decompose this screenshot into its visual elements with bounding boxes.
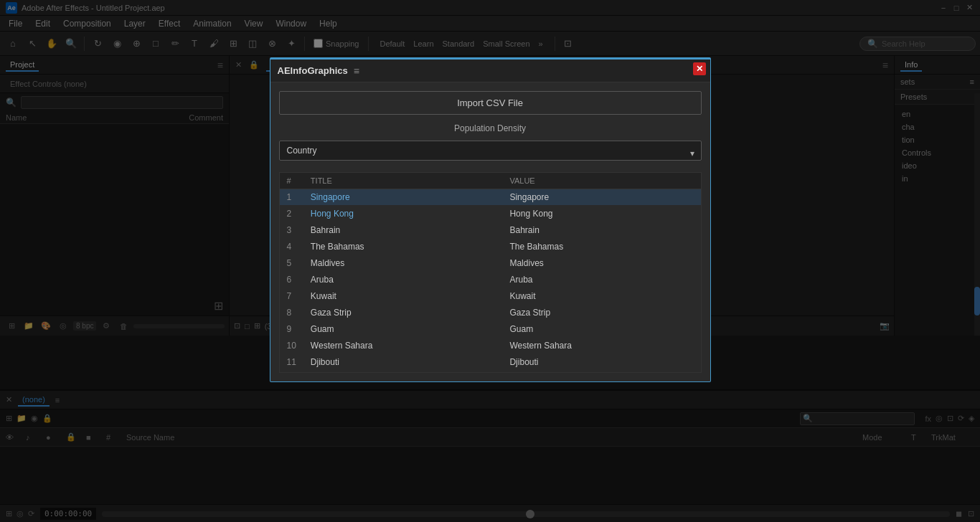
table-row[interactable]: 2 Hong Kong Hong Kong — [280, 206, 701, 222]
cell-title: Guam — [303, 321, 503, 338]
table-row[interactable]: 11 Djibouti Djibouti — [280, 354, 701, 371]
cell-value: Singapore — [502, 189, 700, 206]
table-row[interactable]: 3 Bahrain Bahrain — [280, 222, 701, 239]
modal-overlay: ✕ AEInfoGraphics ≡ Import CSV File Popul… — [0, 0, 980, 522]
cell-num: 7 — [280, 288, 303, 305]
country-dropdown[interactable]: Country — [279, 141, 702, 161]
plugin-dialog: ✕ AEInfoGraphics ≡ Import CSV File Popul… — [270, 57, 711, 382]
cell-value: Western Sahara — [502, 338, 700, 354]
cell-title: Gaza Strip — [303, 305, 503, 321]
col-header-num: # — [280, 173, 303, 189]
table-row[interactable]: 7 Kuwait Kuwait — [280, 288, 701, 305]
cell-title: Singapore — [303, 189, 503, 206]
cell-num: 9 — [280, 321, 303, 338]
table-row[interactable]: 4 The Bahamas The Bahamas — [280, 239, 701, 255]
country-dropdown-wrapper: Country ▾ — [279, 141, 702, 166]
col-header-title: TITLE — [303, 173, 503, 189]
table-row[interactable]: 9 Guam Guam — [280, 321, 701, 338]
cell-value: The Bahamas — [502, 239, 700, 255]
cell-value: Guam — [502, 321, 700, 338]
table-row[interactable]: 5 Maldives Maldives — [280, 255, 701, 272]
table-body: 1 Singapore Singapore 2 Hong Kong Hong K… — [280, 189, 701, 374]
dialog-title: AEInfoGraphics — [278, 65, 348, 76]
cell-value: Kuwait — [502, 288, 700, 305]
table-row[interactable]: 12 Oman Oman — [280, 371, 701, 374]
cell-value: Hong Kong — [502, 206, 700, 222]
data-table: # TITLE VALUE 1 Singapore Singapore 2 Ho… — [280, 173, 701, 373]
cell-num: 2 — [280, 206, 303, 222]
cell-title: Bahrain — [303, 222, 503, 239]
table-row[interactable]: 10 Western Sahara Western Sahara — [280, 338, 701, 354]
cell-value: Oman — [502, 371, 700, 374]
cell-title: Maldives — [303, 255, 503, 272]
table-row[interactable]: 8 Gaza Strip Gaza Strip — [280, 305, 701, 321]
cell-num: 6 — [280, 272, 303, 288]
cell-title: Kuwait — [303, 288, 503, 305]
dialog-header: AEInfoGraphics ≡ — [270, 60, 710, 82]
cell-title: Western Sahara — [303, 338, 503, 354]
cell-num: 11 — [280, 354, 303, 371]
cell-value: Bahrain — [502, 222, 700, 239]
cell-num: 10 — [280, 338, 303, 354]
cell-value: Djibouti — [502, 354, 700, 371]
cell-title: Djibouti — [303, 354, 503, 371]
cell-num: 8 — [280, 305, 303, 321]
cell-title: The Bahamas — [303, 239, 503, 255]
population-density-label: Population Density — [279, 123, 702, 133]
cell-title: Aruba — [303, 272, 503, 288]
cell-value: Gaza Strip — [502, 305, 700, 321]
col-header-value: VALUE — [502, 173, 700, 189]
table-row[interactable]: 6 Aruba Aruba — [280, 272, 701, 288]
cell-title: Oman — [303, 371, 503, 374]
cell-num: 12 — [280, 371, 303, 374]
cell-num: 1 — [280, 189, 303, 206]
import-csv-button[interactable]: Import CSV File — [279, 91, 702, 115]
cell-num: 4 — [280, 239, 303, 255]
dialog-menu-icon[interactable]: ≡ — [354, 65, 359, 77]
cell-num: 5 — [280, 255, 303, 272]
cell-title: Hong Kong — [303, 206, 503, 222]
dialog-close-button[interactable]: ✕ — [693, 62, 706, 75]
cell-num: 3 — [280, 222, 303, 239]
table-row[interactable]: 1 Singapore Singapore — [280, 189, 701, 206]
data-table-container[interactable]: # TITLE VALUE 1 Singapore Singapore 2 Ho… — [279, 172, 702, 373]
cell-value: Maldives — [502, 255, 700, 272]
dialog-body: Import CSV File Population Density Count… — [270, 82, 710, 381]
cell-value: Aruba — [502, 272, 700, 288]
table-header-row: # TITLE VALUE — [280, 173, 701, 189]
